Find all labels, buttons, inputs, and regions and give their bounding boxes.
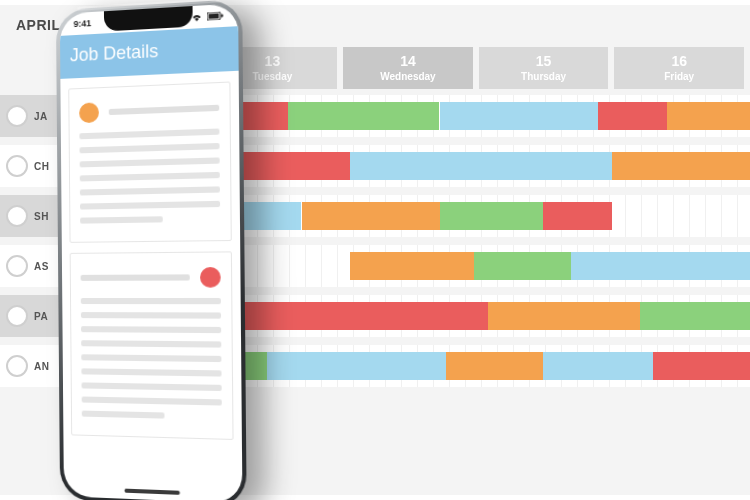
text-line-placeholder: [81, 326, 221, 333]
date-number: 16: [671, 54, 687, 69]
resource-label-cell[interactable]: PA: [0, 295, 60, 337]
job-card[interactable]: [70, 251, 234, 440]
schedule-bar[interactable]: [640, 302, 750, 330]
phone-clock: 9:41: [74, 18, 92, 29]
schedule-bar[interactable]: [350, 252, 474, 280]
text-line-placeholder: [82, 396, 222, 405]
text-line-placeholder: [81, 340, 221, 347]
app-title: Job Details: [70, 41, 159, 66]
day-of-week: Wednesday: [380, 71, 435, 82]
schedule-bar[interactable]: [474, 252, 571, 280]
battery-icon: [207, 11, 224, 20]
resource-label-cell[interactable]: JA: [0, 95, 60, 137]
day-of-week: Friday: [664, 71, 694, 82]
schedule-bar[interactable]: [543, 202, 612, 230]
schedule-bar[interactable]: [653, 352, 750, 380]
svg-rect-6: [221, 14, 223, 17]
resource-initials: PA: [34, 311, 48, 322]
resource-initials: AN: [34, 361, 49, 372]
schedule-bar[interactable]: [612, 152, 750, 180]
job-card[interactable]: [68, 81, 232, 242]
avatar: [6, 155, 28, 177]
day-of-week: Thursday: [521, 71, 566, 82]
status-dot-icon: [79, 102, 99, 123]
date-column-header[interactable]: 14Wednesday: [343, 47, 473, 89]
date-number: 14: [400, 54, 416, 69]
date-column-header[interactable]: 15Thursday: [479, 47, 609, 89]
job-card-list: [60, 81, 241, 440]
schedule-bar[interactable]: [302, 202, 440, 230]
text-line-placeholder: [80, 201, 220, 210]
phone-mockup: 9:41 Job Details: [56, 0, 247, 500]
phone-frame: 9:41 Job Details: [56, 0, 247, 500]
day-of-week: Tuesday: [252, 71, 292, 82]
avatar: [6, 105, 28, 127]
schedule-bar[interactable]: [267, 352, 446, 380]
schedule-bar[interactable]: [543, 352, 653, 380]
schedule-bar[interactable]: [488, 302, 640, 330]
card-title-placeholder: [109, 105, 220, 115]
date-number: 15: [536, 54, 552, 69]
avatar: [6, 355, 28, 377]
text-line-placeholder: [80, 157, 220, 167]
text-line-placeholder: [81, 368, 221, 376]
text-line-placeholder: [79, 128, 219, 139]
home-indicator: [124, 489, 179, 495]
avatar: [6, 205, 28, 227]
resource-label-cell[interactable]: CH: [0, 145, 60, 187]
svg-rect-5: [209, 13, 219, 19]
resource-label-cell[interactable]: AN: [0, 345, 60, 387]
schedule-bar[interactable]: [288, 102, 440, 130]
card-title-placeholder: [81, 274, 190, 281]
job-card-header: [79, 97, 219, 123]
text-line-placeholder: [80, 186, 220, 195]
wifi-icon: [191, 13, 203, 22]
text-line-placeholder: [82, 382, 222, 391]
resource-initials: SH: [34, 211, 49, 222]
text-line-placeholder: [80, 172, 220, 182]
schedule-bar[interactable]: [350, 152, 612, 180]
phone-screen: 9:41 Job Details: [60, 3, 243, 500]
text-line-placeholder: [81, 312, 221, 319]
text-line-placeholder: [81, 354, 221, 362]
resource-label-cell[interactable]: SH: [0, 195, 60, 237]
resource-initials: JA: [34, 111, 48, 122]
schedule-bar[interactable]: [571, 252, 750, 280]
schedule-bar[interactable]: [440, 202, 544, 230]
date-number: 13: [265, 54, 281, 69]
date-column-header[interactable]: 16Friday: [614, 47, 744, 89]
resource-initials: CH: [34, 161, 49, 172]
resource-label-cell[interactable]: AS: [0, 245, 60, 287]
schedule-bar[interactable]: [667, 102, 750, 130]
text-line-placeholder: [82, 411, 165, 419]
avatar: [6, 255, 28, 277]
text-line-placeholder: [81, 298, 221, 304]
schedule-bar[interactable]: [446, 352, 543, 380]
avatar: [6, 305, 28, 327]
text-line-placeholder: [80, 216, 163, 223]
schedule-bar[interactable]: [598, 102, 667, 130]
text-line-placeholder: [80, 143, 220, 153]
schedule-bar[interactable]: [440, 102, 599, 130]
status-dot-icon: [200, 267, 221, 288]
resource-initials: AS: [34, 261, 49, 272]
job-card-header: [81, 267, 221, 288]
